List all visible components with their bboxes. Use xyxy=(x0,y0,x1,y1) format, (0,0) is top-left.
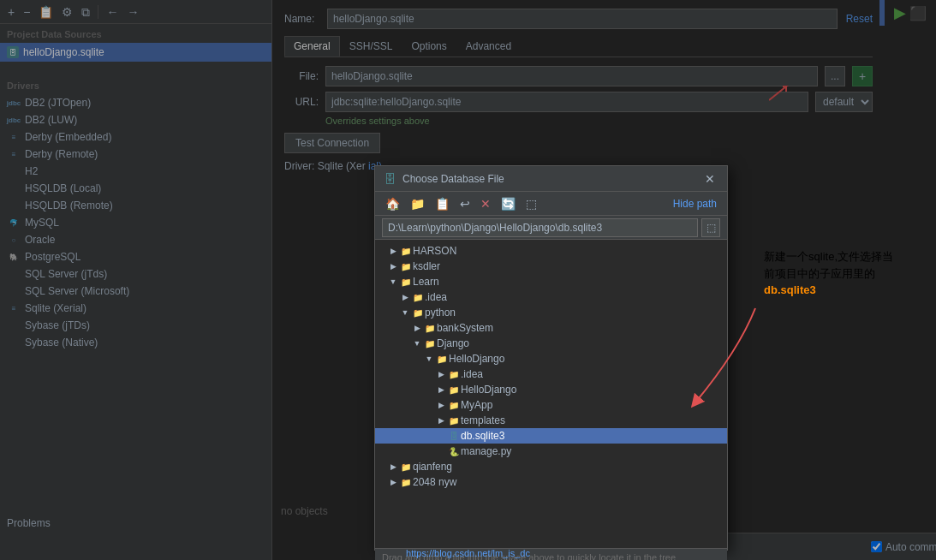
tree-arrow-10: ▶ xyxy=(435,385,447,394)
folder-icon-2: 📁 xyxy=(399,260,413,272)
modal-back-btn[interactable]: ↩ xyxy=(456,197,474,211)
folder-icon-11: 📁 xyxy=(447,399,461,411)
modal-header: 🗄 Choose Database File ✕ xyxy=(375,166,727,192)
tree-arrow-9: ▶ xyxy=(435,370,447,378)
modal-path-input[interactable] xyxy=(382,218,698,237)
tree-arrow-2: ▶ xyxy=(387,262,399,271)
tree-label-2: ksdler xyxy=(413,260,440,272)
tree-label-7: Django xyxy=(437,337,469,349)
tree-label-8: HelloDjango xyxy=(449,353,504,365)
tree-arrow-6: ▶ xyxy=(411,324,423,332)
folder-icon-14: 📁 xyxy=(399,476,413,488)
tree-item-ksdler[interactable]: ▶ 📁 ksdler xyxy=(375,259,727,274)
modal-path-btn[interactable]: ⬚ xyxy=(701,218,720,237)
folder-icon-4: 📁 xyxy=(411,291,425,303)
tree-label-11: MyApp xyxy=(461,399,492,411)
tree-arrow-8: ▼ xyxy=(423,354,435,363)
tree-label-16: 2048 nyw xyxy=(413,476,456,488)
modal-title: Choose Database File xyxy=(402,173,695,185)
modal-toolbar: 🏠 📁 📋 ↩ ✕ 🔄 ⬚ Hide path xyxy=(375,192,727,216)
folder-icon-7: 📁 xyxy=(423,337,437,349)
tree-arrow-11: ▶ xyxy=(435,401,447,409)
modal-close-button[interactable]: ✕ xyxy=(701,172,718,186)
folder-icon-5: 📁 xyxy=(411,307,425,319)
modal-home-btn[interactable]: 🏠 xyxy=(382,197,403,211)
folder-icon-10: 📁 xyxy=(447,384,461,396)
annotation-block: 新建一个sqlite,文件选择当 前项目中的子应用里的 db.sqlite3 xyxy=(764,248,893,299)
tree-item-2048nyw[interactable]: ▶ 📁 2048 nyw xyxy=(375,474,727,490)
tree-arrow-15: ▶ xyxy=(387,462,399,471)
folder-icon-3: 📁 xyxy=(399,276,413,288)
modal-camera-btn[interactable]: ⬚ xyxy=(522,197,540,211)
tree-label-15: qianfeng xyxy=(413,461,452,473)
watermark: https://blog.csdn.net/lm_is_dc xyxy=(406,548,530,558)
folder-icon-13: 📁 xyxy=(399,461,413,473)
tree-label-14: manage.py xyxy=(461,445,511,457)
tree-arrow-16: ▶ xyxy=(387,478,399,486)
folder-icon-6: 📁 xyxy=(423,322,437,334)
folder-icon: 📁 xyxy=(399,245,413,257)
tree-label-12: templates xyxy=(461,414,505,426)
tree-label-3: Learn xyxy=(413,276,439,288)
tree-item-learn[interactable]: ▼ 📁 Learn xyxy=(375,274,727,289)
tree-arrow-12: ▶ xyxy=(435,416,447,425)
tree-arrow-7: ▼ xyxy=(411,339,423,348)
folder-icon-8: 📁 xyxy=(435,353,449,365)
tree-item-manage-py[interactable]: 🐍 manage.py xyxy=(375,444,727,459)
tree-item-db-sqlite3[interactable]: 🗄 db.sqlite3 xyxy=(375,428,727,444)
annotation-arrow xyxy=(670,300,772,420)
tree-label-9: .idea xyxy=(461,368,483,380)
annotation-text: 新建一个sqlite,文件选择当 前项目中的子应用里的 db.sqlite3 xyxy=(764,248,893,299)
tree-item-harson[interactable]: ▶ 📁 HARSON xyxy=(375,243,727,259)
folder-icon-12: 📁 xyxy=(447,414,461,426)
file-icon-db: 🗄 xyxy=(447,430,461,442)
tree-item-qianfeng[interactable]: ▶ 📁 qianfeng xyxy=(375,459,727,474)
tree-arrow-4: ▶ xyxy=(399,293,411,301)
modal-path-row: ⬚ xyxy=(375,216,727,240)
hide-path-button[interactable]: Hide path xyxy=(670,198,720,210)
modal-copy-btn[interactable]: 📋 xyxy=(432,197,453,211)
modal-folder-btn[interactable]: 📁 xyxy=(407,197,428,211)
tree-label-4: .idea xyxy=(425,291,447,303)
tree-label: HARSON xyxy=(413,245,456,257)
tree-arrow: ▶ xyxy=(387,247,399,255)
tree-arrow-3: ▼ xyxy=(387,277,399,286)
tree-arrow-5: ▼ xyxy=(399,308,411,317)
db-modal-icon: 🗄 xyxy=(384,172,396,186)
modal-cancel-btn[interactable]: ✕ xyxy=(477,197,494,211)
modal-refresh-btn[interactable]: 🔄 xyxy=(498,197,519,211)
tree-label-5: python xyxy=(425,307,456,319)
tree-label-13: db.sqlite3 xyxy=(461,430,504,442)
tree-label-10: HelloDjango xyxy=(461,384,516,396)
file-icon-py: 🐍 xyxy=(447,445,461,457)
tree-label-6: bankSystem xyxy=(437,322,493,334)
folder-icon-9: 📁 xyxy=(447,368,461,380)
